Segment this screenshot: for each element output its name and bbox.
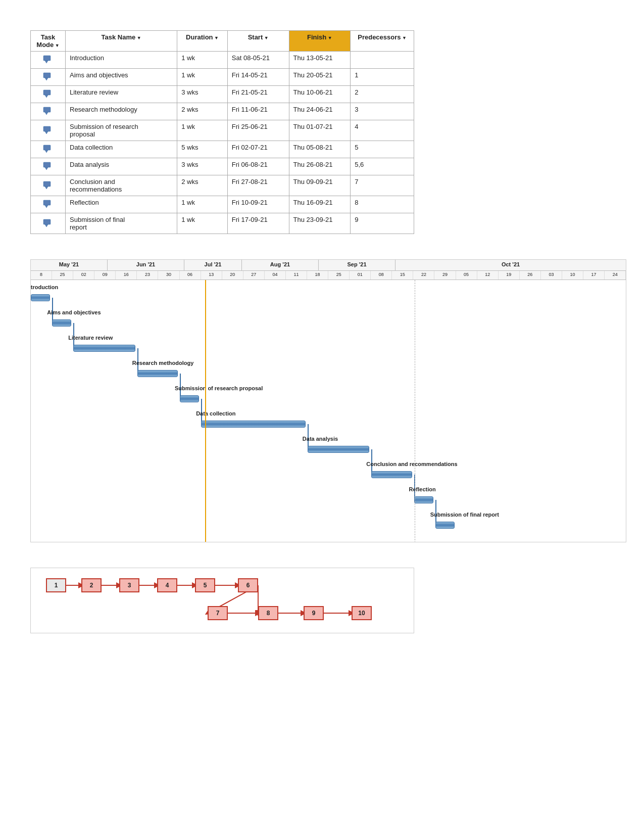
task-mode-icon	[43, 71, 53, 81]
task-mode-cell	[31, 175, 66, 196]
week-cell: 30	[158, 271, 179, 280]
task-mode-cell	[31, 52, 66, 69]
svg-marker-11	[45, 150, 48, 153]
task-start-cell: Sat 08-05-21	[227, 52, 289, 69]
gantt-task-label: Aims and objectives	[47, 309, 101, 315]
week-cell: 25	[52, 271, 73, 280]
task-duration-cell: 1 wk	[177, 120, 228, 141]
task-start-cell: Fri 17-09-21	[227, 213, 289, 234]
svg-marker-13	[45, 167, 48, 170]
task-start-cell: Fri 25-06-21	[227, 120, 289, 141]
network-node: 6	[238, 578, 258, 592]
table-row: Submission of finalreport1 wkFri 17-09-2…	[31, 213, 414, 234]
svg-marker-5	[45, 95, 48, 98]
week-cell: 08	[371, 271, 392, 280]
task-mode-icon	[43, 180, 53, 190]
task-name-cell: Submission of researchproposal	[66, 120, 177, 141]
week-cell: 10	[562, 271, 583, 280]
task-name-cell: Data analysis	[66, 158, 177, 175]
table-row: Research methodology2 wksFri 11-06-21Thu…	[31, 103, 414, 120]
task-mode-cell	[31, 141, 66, 158]
task-predecessors-cell: 4	[351, 120, 414, 141]
task-predecessors-cell: 8	[351, 196, 414, 213]
task-finish-cell: Thu 16-09-21	[289, 196, 351, 213]
week-cell: 26	[520, 271, 541, 280]
week-cell: 03	[541, 271, 562, 280]
task-predecessors-cell: 2	[351, 86, 414, 103]
table-row: Conclusion andrecommendations2 wksFri 27…	[31, 175, 414, 196]
svg-rect-8	[43, 126, 51, 131]
week-cell: 29	[434, 271, 456, 280]
task-start-cell: Fri 02-07-21	[227, 141, 289, 158]
gantt-task-label: Reflection	[409, 486, 436, 492]
gantt-task-label: Research methodology	[132, 360, 194, 366]
week-cell: 17	[583, 271, 605, 280]
table-row: Reflection1 wkFri 10-09-21Thu 16-09-218	[31, 196, 414, 213]
week-cell: 15	[392, 271, 413, 280]
svg-marker-7	[45, 112, 48, 115]
task-table: TaskMode Task Name Duration Start Finish…	[30, 30, 414, 234]
gantt-bar	[201, 421, 306, 428]
week-cell: 19	[499, 271, 520, 280]
task-start-cell: Fri 14-05-21	[227, 69, 289, 86]
svg-rect-4	[43, 90, 51, 95]
week-cell: 09	[94, 271, 116, 280]
task-finish-cell: Thu 10-06-21	[289, 86, 351, 103]
month-jul: Jul '21	[184, 260, 242, 270]
week-cell: 06	[180, 271, 201, 280]
task-start-cell: Fri 27-08-21	[227, 175, 289, 196]
task-duration-cell: 1 wk	[177, 196, 228, 213]
week-cell: 12	[477, 271, 499, 280]
svg-rect-14	[43, 181, 51, 187]
col-header-predecessors[interactable]: Predecessors	[351, 31, 414, 52]
task-finish-cell: Thu 09-09-21	[289, 175, 351, 196]
week-cell: 18	[307, 271, 328, 280]
task-finish-cell: Thu 13-05-21	[289, 52, 351, 69]
col-header-mode[interactable]: TaskMode	[31, 31, 66, 52]
month-oct: Oct '21	[395, 260, 626, 270]
task-mode-icon	[43, 125, 53, 135]
col-header-duration[interactable]: Duration	[177, 31, 228, 52]
col-header-finish[interactable]: Finish	[289, 31, 351, 52]
task-finish-cell: Thu 05-08-21	[289, 141, 351, 158]
task-name-cell: Introduction	[66, 52, 177, 69]
table-row: Data collection5 wksFri 02-07-21Thu 05-0…	[31, 141, 414, 158]
col-header-name[interactable]: Task Name	[66, 31, 177, 52]
table-row: Aims and objectives1 wkFri 14-05-21Thu 2…	[31, 69, 414, 86]
gantt-bar	[73, 345, 135, 352]
task-duration-cell: 1 wk	[177, 213, 228, 234]
svg-marker-17	[45, 205, 48, 208]
network-node: 7	[208, 606, 228, 620]
task-duration-cell: 2 wks	[177, 175, 228, 196]
task-mode-cell	[31, 213, 66, 234]
table-row: Data analysis3 wksFri 06-08-21Thu 26-08-…	[31, 158, 414, 175]
col-header-start[interactable]: Start	[227, 31, 289, 52]
week-cell: 23	[137, 271, 158, 280]
svg-rect-2	[43, 73, 51, 78]
task-duration-cell: 5 wks	[177, 141, 228, 158]
svg-rect-0	[43, 56, 51, 61]
svg-rect-10	[43, 145, 51, 150]
task-mode-icon	[43, 218, 53, 228]
gantt-task-label: Data analysis	[303, 436, 338, 442]
task-mode-cell	[31, 69, 66, 86]
task-predecessors-cell: 3	[351, 103, 414, 120]
task-finish-cell: Thu 24-06-21	[289, 103, 351, 120]
task-mode-cell	[31, 86, 66, 103]
task-predecessors-cell: 7	[351, 175, 414, 196]
month-sep: Sep '21	[319, 260, 395, 270]
week-cell: 05	[456, 271, 477, 280]
week-cell: 13	[201, 271, 222, 280]
svg-marker-19	[45, 224, 48, 227]
task-duration-cell: 2 wks	[177, 103, 228, 120]
gantt-bar	[371, 471, 412, 478]
task-name-cell: Reflection	[66, 196, 177, 213]
task-mode-icon	[43, 144, 53, 154]
task-duration-cell: 3 wks	[177, 86, 228, 103]
network-node: 9	[304, 606, 324, 620]
gantt-bar	[435, 522, 455, 529]
week-cell: 04	[265, 271, 286, 280]
task-start-cell: Fri 10-09-21	[227, 196, 289, 213]
task-duration-cell: 1 wk	[177, 52, 228, 69]
task-mode-cell	[31, 158, 66, 175]
